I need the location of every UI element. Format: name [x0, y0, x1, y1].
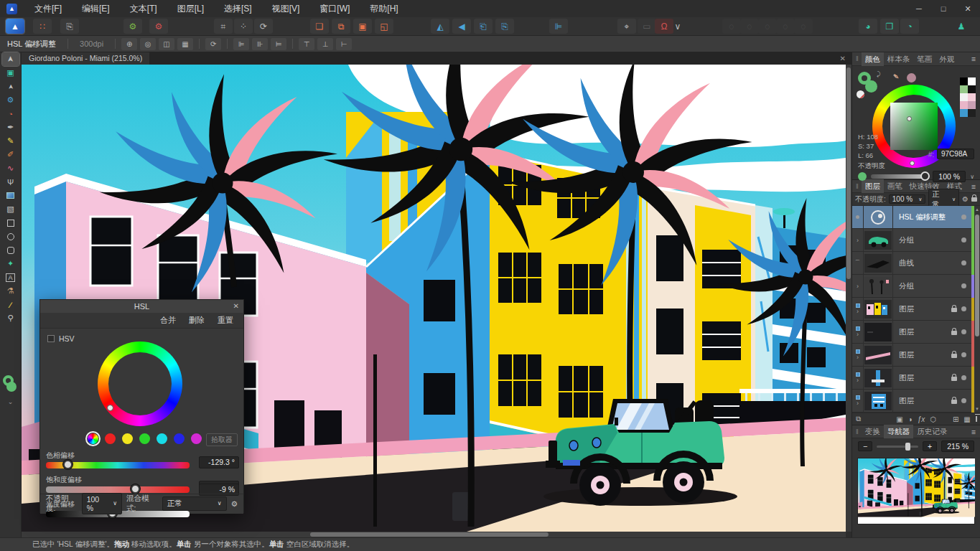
- eyedropper-icon[interactable]: ✒: [890, 70, 902, 83]
- dialog-opacity-dropdown[interactable]: 100 %∨: [82, 493, 122, 514]
- flip-vertical-icon[interactable]: ◀: [452, 19, 471, 34]
- layer-row-blue-building[interactable]: › 图层: [852, 390, 974, 413]
- align-center-icon[interactable]: ⊪: [252, 38, 268, 50]
- picker-button[interactable]: 拾取器: [206, 433, 238, 446]
- delete-layer-icon[interactable]: [976, 416, 977, 422]
- add-layer-icon[interactable]: ⊞: [953, 415, 958, 423]
- shape-tool[interactable]: ✦: [2, 257, 19, 270]
- text-tool[interactable]: A: [2, 270, 19, 284]
- hue-shift-value[interactable]: -129.3 °: [199, 456, 239, 468]
- layer-edit-dot[interactable]: [961, 329, 966, 334]
- bottom-grip-icon[interactable]: ‖: [852, 428, 862, 435]
- color-picker-tool[interactable]: ⚗: [2, 284, 19, 298]
- zoom-tool[interactable]: ⚲: [2, 311, 19, 325]
- measure-tool[interactable]: ∕: [2, 298, 19, 311]
- move-tool[interactable]: ➤: [2, 52, 19, 66]
- layer-row-group-palms[interactable]: › 分组: [852, 275, 974, 298]
- artboard-tool[interactable]: ▣: [2, 66, 19, 80]
- menu-text[interactable]: 文本[T]: [120, 0, 167, 17]
- place-image-tool[interactable]: [2, 189, 19, 202]
- layer-row-pink-stripe[interactable]: › 图层: [852, 344, 974, 367]
- layer-row-pole[interactable]: › 图层: [852, 367, 974, 390]
- minimize-button[interactable]: ─: [907, 0, 931, 17]
- toolstrip-collapse-icon[interactable]: ⌄: [8, 398, 14, 405]
- point-transform-tool[interactable]: ⚙: [2, 93, 19, 107]
- dialog-gear-icon[interactable]: ⚙: [231, 499, 238, 508]
- adjustment-layer-icon[interactable]: ◑: [908, 415, 913, 423]
- tab-color[interactable]: 颜色: [862, 52, 884, 66]
- hsl-color-ring[interactable]: [98, 342, 182, 426]
- alignment-icon[interactable]: ⊫: [549, 19, 568, 34]
- fill-stroke-indicator[interactable]: [3, 375, 19, 394]
- layer-lock-icon[interactable]: [951, 331, 957, 335]
- document-tab[interactable]: Giordano Poloni - Miami (215.0%): [22, 52, 149, 65]
- layer-lock-icon[interactable]: [951, 308, 957, 312]
- move-forward-icon[interactable]: ⎗: [474, 19, 493, 34]
- hsl-dialog[interactable]: HSL ✕ 合并 删除 重置 HSV 拾取器 色相偏移: [39, 299, 244, 513]
- layer-lock-icon[interactable]: [951, 354, 957, 358]
- restore-button[interactable]: □: [931, 0, 956, 17]
- horizontal-scrollbar[interactable]: [22, 532, 846, 537]
- pencil-tool[interactable]: ✎: [2, 134, 19, 148]
- layer-lock-icon[interactable]: [951, 377, 957, 381]
- split-view-icon[interactable]: ◫: [159, 38, 174, 50]
- recent-swatches[interactable]: [960, 77, 976, 117]
- align-left-icon[interactable]: ⊫: [233, 38, 249, 50]
- layers-grip-icon[interactable]: ‖: [852, 183, 862, 190]
- boolean-divide-icon[interactable]: ◱: [375, 19, 393, 34]
- no-color-icon[interactable]: [857, 90, 864, 98]
- layer-row-curve[interactable]: ⌒ 曲线: [852, 252, 974, 275]
- menu-select[interactable]: 选择[S]: [214, 0, 262, 17]
- pattern-layer-icon[interactable]: ⬡: [930, 415, 936, 423]
- snap-midpoint-icon[interactable]: ⁘: [234, 19, 253, 34]
- vector-brush-tool[interactable]: ∿: [2, 161, 19, 175]
- transform-origin-icon[interactable]: ⌖: [617, 19, 636, 34]
- close-button[interactable]: ✕: [956, 0, 980, 17]
- contour-tool[interactable]: ◔: [2, 107, 19, 121]
- hsl-close-icon[interactable]: ✕: [233, 300, 239, 313]
- tab-transform[interactable]: 变换: [862, 425, 884, 438]
- color-opacity-slider[interactable]: [871, 174, 928, 179]
- align-bottom-icon[interactable]: ⊢: [336, 38, 352, 50]
- navigator-zoom-slider[interactable]: [877, 446, 918, 448]
- rounded-rectangle-tool[interactable]: [2, 243, 19, 257]
- menu-help[interactable]: 帮助[H]: [360, 0, 408, 17]
- layer-row-buildings[interactable]: › 图层: [852, 298, 974, 321]
- crop-tool[interactable]: ▧: [2, 202, 19, 216]
- zoom-out-button[interactable]: −: [858, 441, 872, 451]
- snap-bounds-icon[interactable]: ⌗: [214, 19, 233, 34]
- picked-color-well[interactable]: [907, 73, 916, 83]
- tab-appearance[interactable]: 外观: [935, 52, 958, 66]
- vertical-scrollbar[interactable]: [846, 65, 851, 532]
- layer-row-group-car[interactable]: › 分组: [852, 229, 974, 252]
- blue-channel-swatch[interactable]: [174, 433, 185, 444]
- menu-window[interactable]: 窗口[W]: [309, 0, 360, 17]
- navigator-zoom-value[interactable]: 215 %: [941, 441, 974, 452]
- designer-persona-icon[interactable]: ▲: [6, 19, 24, 34]
- layer-edit-dot[interactable]: [961, 352, 966, 357]
- hsl-dialog-titlebar[interactable]: HSL ✕: [40, 300, 243, 313]
- layer-edit-dot[interactable]: [961, 237, 966, 242]
- insert-inside-icon[interactable]: ◔: [900, 19, 919, 34]
- navigator-thumbnail[interactable]: [857, 458, 975, 524]
- cyan-channel-swatch[interactable]: [157, 433, 167, 444]
- pixel-persona-icon[interactable]: ∷: [33, 19, 52, 34]
- magenta-channel-swatch[interactable]: [191, 433, 202, 444]
- yellow-channel-swatch[interactable]: [122, 433, 133, 444]
- hue-shift-handle[interactable]: [63, 460, 73, 469]
- snap-rotate-icon[interactable]: ⟳: [254, 19, 273, 34]
- align-right-icon[interactable]: ⊨: [271, 38, 286, 50]
- clip-canvas-icon[interactable]: ▦: [963, 415, 970, 423]
- boolean-subtract-icon[interactable]: ⧉: [332, 19, 350, 34]
- move-anchor-icon[interactable]: ⊕: [121, 38, 137, 50]
- menu-layer[interactable]: 图层[L]: [167, 0, 214, 17]
- layer-row-dark[interactable]: › 图层: [852, 321, 974, 344]
- insert-behind-icon[interactable]: ◕: [859, 19, 877, 34]
- align-middle-icon[interactable]: ⊥: [317, 38, 333, 50]
- layer-edit-dot[interactable]: [961, 398, 966, 403]
- layers-panel-menu-icon[interactable]: ≡: [967, 182, 980, 191]
- menu-view[interactable]: 视图[V]: [262, 0, 310, 17]
- hsl-delete-button[interactable]: 删除: [189, 315, 205, 326]
- saturation-shift-handle[interactable]: [131, 484, 140, 494]
- menu-file[interactable]: 文件[F]: [24, 0, 72, 17]
